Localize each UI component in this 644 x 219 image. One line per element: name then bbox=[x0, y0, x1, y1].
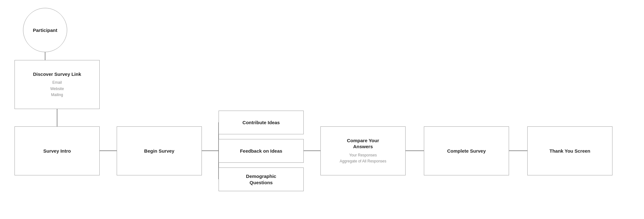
discover-title: Discover Survey Link bbox=[31, 71, 84, 77]
demographic-questions-box: Demographic Questions bbox=[219, 167, 304, 191]
compare-answers-title: Compare Your Answers bbox=[344, 137, 382, 150]
contribute-ideas-box: Contribute Ideas bbox=[219, 111, 304, 134]
compare-answers-box: Compare Your Answers Your Responses Aggr… bbox=[320, 126, 406, 175]
complete-survey-title: Complete Survey bbox=[445, 148, 489, 154]
feedback-on-ideas-title: Feedback on Ideas bbox=[237, 148, 285, 154]
participant-circle: Participant bbox=[23, 8, 67, 52]
contribute-ideas-title: Contribute Ideas bbox=[240, 119, 282, 126]
complete-survey-box: Complete Survey bbox=[424, 126, 509, 175]
demographic-questions-title: Demographic Questions bbox=[243, 173, 279, 186]
begin-survey-box: Begin Survey bbox=[117, 126, 202, 175]
compare-answers-subtitle: Your Responses Aggregate of All Response… bbox=[340, 152, 386, 164]
survey-intro-box: Survey Intro bbox=[15, 126, 100, 175]
begin-survey-title: Begin Survey bbox=[142, 148, 177, 154]
thank-you-title: Thank You Screen bbox=[547, 148, 593, 154]
feedback-on-ideas-box: Feedback on Ideas bbox=[219, 139, 304, 163]
discover-subtitle: Email Website Mailing bbox=[50, 80, 64, 98]
connectors bbox=[0, 0, 644, 219]
diagram: Participant Discover Survey Link Email W… bbox=[0, 0, 644, 219]
thank-you-screen-box: Thank You Screen bbox=[527, 126, 612, 175]
survey-intro-title: Survey Intro bbox=[41, 148, 73, 154]
discover-survey-link-box: Discover Survey Link Email Website Maili… bbox=[15, 60, 100, 109]
participant-label: Participant bbox=[33, 27, 57, 33]
